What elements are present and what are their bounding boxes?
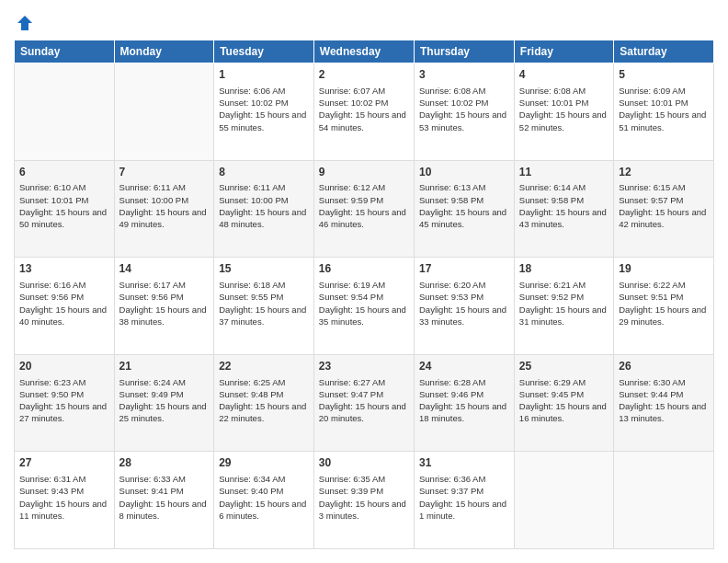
sunrise-text: Sunrise: 6:13 AM (419, 181, 509, 193)
page: SundayMondayTuesdayWednesdayThursdayFrid… (0, 0, 728, 563)
daylight-text: Daylight: 15 hours and 18 minutes. (419, 400, 509, 425)
day-header-wednesday: Wednesday (313, 40, 414, 63)
day-number: 16 (319, 261, 409, 277)
sunrise-text: Sunrise: 6:17 AM (119, 279, 210, 291)
calendar-cell (114, 63, 214, 161)
calendar-cell: 11Sunrise: 6:14 AMSunset: 9:58 PMDayligh… (514, 160, 613, 258)
daylight-text: Daylight: 15 hours and 38 minutes. (119, 304, 210, 328)
sunrise-text: Sunrise: 6:28 AM (419, 376, 509, 388)
day-number: 18 (519, 261, 609, 277)
daylight-text: Daylight: 15 hours and 49 minutes. (119, 206, 210, 231)
daylight-text: Daylight: 15 hours and 54 minutes. (319, 109, 409, 133)
daylight-text: Daylight: 15 hours and 22 minutes. (219, 400, 309, 425)
sunrise-text: Sunrise: 6:36 AM (419, 473, 509, 485)
calendar-cell: 8Sunrise: 6:11 AMSunset: 10:00 PMDayligh… (214, 160, 314, 258)
daylight-text: Daylight: 15 hours and 40 minutes. (19, 304, 109, 328)
calendar-cell: 18Sunrise: 6:21 AMSunset: 9:52 PMDayligh… (514, 258, 613, 355)
calendar-cell: 29Sunrise: 6:34 AMSunset: 9:40 PMDayligh… (214, 452, 314, 549)
sunrise-text: Sunrise: 6:24 AM (119, 376, 210, 388)
calendar-cell: 23Sunrise: 6:27 AMSunset: 9:47 PMDayligh… (313, 354, 414, 452)
daylight-text: Daylight: 15 hours and 20 minutes. (319, 400, 409, 425)
sunset-text: Sunset: 10:02 PM (319, 97, 409, 109)
daylight-text: Daylight: 15 hours and 51 minutes. (619, 109, 709, 133)
sunset-text: Sunset: 9:54 PM (319, 291, 409, 303)
calendar-cell: 1Sunrise: 6:06 AMSunset: 10:02 PMDayligh… (214, 63, 314, 161)
sunrise-text: Sunrise: 6:12 AM (319, 181, 409, 193)
calendar-cell: 24Sunrise: 6:28 AMSunset: 9:46 PMDayligh… (415, 354, 515, 452)
day-number: 29 (219, 455, 309, 471)
day-number: 9 (319, 165, 409, 180)
sunset-text: Sunset: 10:01 PM (19, 194, 109, 206)
sunset-text: Sunset: 10:02 PM (219, 97, 309, 109)
calendar-week-row: 20Sunrise: 6:23 AMSunset: 9:50 PMDayligh… (15, 354, 714, 452)
day-number: 28 (119, 455, 210, 471)
header (14, 14, 714, 32)
calendar-cell: 3Sunrise: 6:08 AMSunset: 10:02 PMDayligh… (415, 63, 515, 161)
calendar-cell: 19Sunrise: 6:22 AMSunset: 9:51 PMDayligh… (614, 258, 714, 355)
sunset-text: Sunset: 9:56 PM (19, 291, 109, 303)
day-number: 17 (419, 261, 509, 277)
daylight-text: Daylight: 15 hours and 53 minutes. (419, 109, 509, 133)
sunset-text: Sunset: 9:58 PM (519, 194, 609, 206)
daylight-text: Daylight: 15 hours and 43 minutes. (519, 206, 609, 231)
sunset-text: Sunset: 9:43 PM (19, 485, 109, 497)
sunset-text: Sunset: 9:57 PM (619, 194, 709, 206)
daylight-text: Daylight: 15 hours and 16 minutes. (519, 400, 609, 425)
sunrise-text: Sunrise: 6:22 AM (619, 279, 709, 291)
sunset-text: Sunset: 9:48 PM (219, 388, 309, 400)
sunrise-text: Sunrise: 6:21 AM (519, 279, 609, 291)
sunset-text: Sunset: 9:55 PM (219, 291, 309, 303)
daylight-text: Daylight: 15 hours and 25 minutes. (119, 400, 210, 425)
day-number: 19 (619, 261, 709, 277)
calendar-week-row: 27Sunrise: 6:31 AMSunset: 9:43 PMDayligh… (15, 452, 714, 549)
daylight-text: Daylight: 15 hours and 42 minutes. (619, 206, 709, 231)
day-number: 11 (519, 165, 609, 180)
sunrise-text: Sunrise: 6:29 AM (519, 376, 609, 388)
day-number: 23 (319, 359, 409, 374)
calendar-cell: 22Sunrise: 6:25 AMSunset: 9:48 PMDayligh… (214, 354, 314, 452)
daylight-text: Daylight: 15 hours and 45 minutes. (419, 206, 509, 231)
sunset-text: Sunset: 9:59 PM (319, 194, 409, 206)
sunset-text: Sunset: 9:51 PM (619, 291, 709, 303)
sunset-text: Sunset: 9:47 PM (319, 388, 409, 400)
day-number: 31 (419, 455, 509, 471)
calendar-cell: 6Sunrise: 6:10 AMSunset: 10:01 PMDayligh… (15, 160, 115, 258)
daylight-text: Daylight: 15 hours and 3 minutes. (319, 498, 409, 523)
daylight-text: Daylight: 15 hours and 52 minutes. (519, 109, 609, 133)
day-number: 6 (19, 165, 109, 180)
sunset-text: Sunset: 9:46 PM (419, 388, 509, 400)
calendar-header-row: SundayMondayTuesdayWednesdayThursdayFrid… (15, 40, 714, 63)
sunrise-text: Sunrise: 6:25 AM (219, 376, 309, 388)
day-header-thursday: Thursday (415, 40, 515, 63)
daylight-text: Daylight: 15 hours and 31 minutes. (519, 304, 609, 328)
calendar: SundayMondayTuesdayWednesdayThursdayFrid… (14, 40, 714, 549)
calendar-cell: 21Sunrise: 6:24 AMSunset: 9:49 PMDayligh… (114, 354, 214, 452)
sunset-text: Sunset: 9:40 PM (219, 485, 309, 497)
day-number: 14 (119, 261, 210, 277)
day-number: 8 (219, 165, 309, 180)
sunrise-text: Sunrise: 6:35 AM (319, 473, 409, 485)
sunrise-text: Sunrise: 6:14 AM (519, 181, 609, 193)
sunrise-text: Sunrise: 6:34 AM (219, 473, 309, 485)
day-header-monday: Monday (114, 40, 214, 63)
calendar-cell: 10Sunrise: 6:13 AMSunset: 9:58 PMDayligh… (415, 160, 515, 258)
calendar-week-row: 6Sunrise: 6:10 AMSunset: 10:01 PMDayligh… (15, 160, 714, 258)
calendar-cell (15, 63, 115, 161)
calendar-cell: 9Sunrise: 6:12 AMSunset: 9:59 PMDaylight… (313, 160, 414, 258)
sunrise-text: Sunrise: 6:27 AM (319, 376, 409, 388)
daylight-text: Daylight: 15 hours and 6 minutes. (219, 498, 309, 523)
calendar-cell: 30Sunrise: 6:35 AMSunset: 9:39 PMDayligh… (313, 452, 414, 549)
daylight-text: Daylight: 15 hours and 55 minutes. (219, 109, 309, 133)
daylight-text: Daylight: 15 hours and 35 minutes. (319, 304, 409, 328)
sunset-text: Sunset: 9:56 PM (119, 291, 210, 303)
day-number: 3 (419, 67, 509, 83)
sunrise-text: Sunrise: 6:10 AM (19, 181, 109, 193)
daylight-text: Daylight: 15 hours and 8 minutes. (119, 498, 210, 523)
calendar-cell: 27Sunrise: 6:31 AMSunset: 9:43 PMDayligh… (15, 452, 115, 549)
sunset-text: Sunset: 10:00 PM (219, 194, 309, 206)
sunset-text: Sunset: 10:02 PM (419, 97, 509, 109)
sunrise-text: Sunrise: 6:09 AM (619, 85, 709, 97)
calendar-cell: 26Sunrise: 6:30 AMSunset: 9:44 PMDayligh… (614, 354, 714, 452)
calendar-cell: 14Sunrise: 6:17 AMSunset: 9:56 PMDayligh… (114, 258, 214, 355)
daylight-text: Daylight: 15 hours and 11 minutes. (19, 498, 109, 523)
